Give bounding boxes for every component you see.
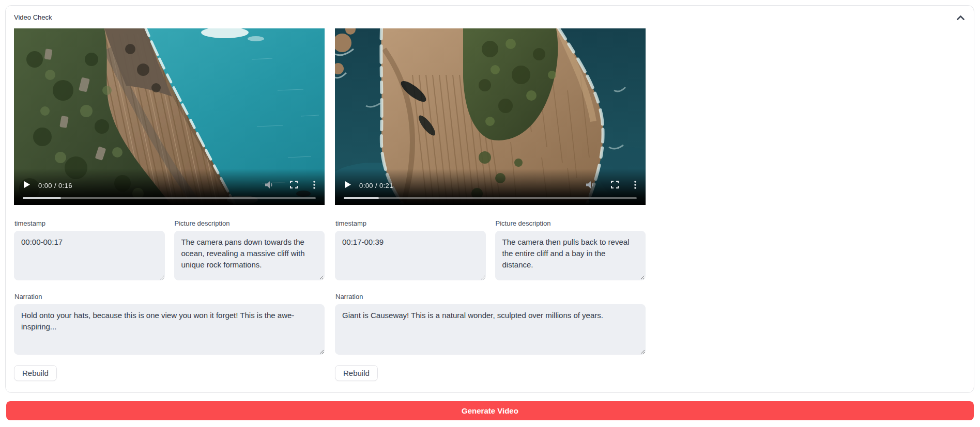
clips-grid: 0:00 / 0:16	[14, 28, 966, 381]
narration-input[interactable]: Hold onto your hats, because this is one…	[14, 304, 325, 355]
video-time-display: 0:00 / 0:21	[359, 182, 393, 189]
overflow-menu-button[interactable]	[634, 181, 636, 191]
narration-label: Narration	[335, 293, 646, 301]
video-time-display: 0:00 / 0:16	[38, 182, 72, 189]
generate-video-button[interactable]: Generate Video	[6, 401, 974, 420]
narration-input[interactable]: Giant is Causeway! This is a natural won…	[335, 304, 646, 355]
video-buffered-range	[23, 197, 61, 199]
play-icon	[23, 181, 30, 190]
overflow-menu-button[interactable]	[313, 181, 315, 191]
rebuild-button-2[interactable]: Rebuild	[335, 365, 378, 381]
timestamp-field-group: timestamp 00:17-00:39	[335, 219, 486, 280]
picture-description-input[interactable]: The camera pans down towards the ocean, …	[174, 231, 325, 280]
video-seekbar[interactable]	[344, 197, 637, 199]
muted-speaker-icon	[586, 181, 595, 191]
clip-column-1: 0:00 / 0:16	[14, 28, 325, 381]
timestamp-label: timestamp	[335, 219, 486, 228]
mute-button[interactable]	[586, 181, 595, 191]
kebab-menu-icon	[634, 181, 636, 191]
chevron-up-icon	[957, 14, 964, 22]
timestamp-label: timestamp	[14, 219, 165, 228]
narration-label: Narration	[14, 293, 325, 301]
fullscreen-icon	[611, 181, 619, 190]
play-button[interactable]	[23, 181, 30, 190]
picture-description-label: Picture description	[496, 219, 646, 228]
kebab-menu-icon	[313, 181, 315, 191]
accordion-header[interactable]: Video Check	[14, 12, 966, 23]
muted-speaker-icon	[265, 181, 274, 191]
video-seekbar[interactable]	[23, 197, 316, 199]
rebuild-button-1[interactable]: Rebuild	[14, 365, 57, 381]
timestamp-input[interactable]: 00:00-00:17	[14, 231, 165, 280]
narration-field-group: Narration Hold onto your hats, because t…	[14, 293, 325, 355]
timestamp-input[interactable]: 00:17-00:39	[335, 231, 486, 280]
collapse-accordion-button[interactable]	[956, 13, 966, 23]
mute-button[interactable]	[265, 181, 274, 191]
accordion-title: Video Check	[14, 12, 52, 23]
play-button[interactable]	[344, 181, 351, 190]
timestamp-field-group: timestamp 00:00-00:17	[14, 219, 165, 280]
video-controls-bar: 0:00 / 0:21	[335, 178, 646, 193]
video-check-panel: Video Check	[5, 5, 974, 393]
picture-description-field-group: Picture description The camera then pull…	[495, 219, 646, 280]
fullscreen-icon	[290, 181, 298, 190]
fullscreen-button[interactable]	[611, 181, 619, 190]
video-player-1[interactable]: 0:00 / 0:16	[14, 28, 325, 205]
narration-field-group: Narration Giant is Causeway! This is a n…	[335, 293, 646, 355]
play-icon	[344, 181, 351, 190]
picture-description-input[interactable]: The camera then pulls back to reveal the…	[495, 231, 646, 280]
video-player-2[interactable]: 0:00 / 0:21	[335, 28, 646, 205]
video-buffered-range	[344, 197, 379, 199]
clip-column-2: 0:00 / 0:21	[335, 28, 646, 381]
fullscreen-button[interactable]	[290, 181, 298, 190]
picture-description-label: Picture description	[175, 219, 325, 228]
picture-description-field-group: Picture description The camera pans down…	[174, 219, 325, 280]
video-controls-bar: 0:00 / 0:16	[14, 178, 325, 193]
